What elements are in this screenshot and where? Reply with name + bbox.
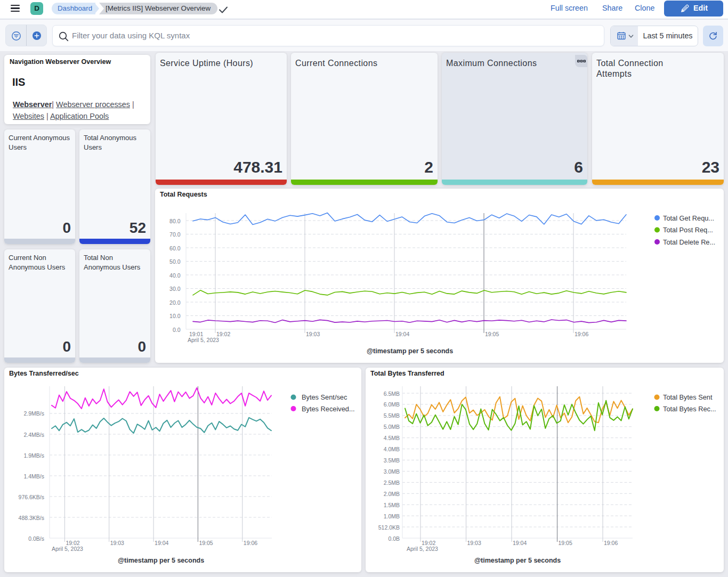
svg-text:1.0MB: 1.0MB [384,513,400,519]
svg-text:10.0: 10.0 [169,313,181,319]
svg-text:6.5MB: 6.5MB [384,391,400,397]
svg-text:5.0MB: 5.0MB [384,424,400,430]
svg-text:Total Delete Re...: Total Delete Re... [663,238,715,246]
svg-text:@timestamp per 5 seconds: @timestamp per 5 seconds [367,347,453,355]
svg-text:80.0: 80.0 [169,218,181,224]
svg-text:3.5MB: 3.5MB [384,457,400,464]
svg-text:19:04: 19:04 [395,331,409,337]
svg-text:April 5, 2023: April 5, 2023 [52,546,83,552]
svg-text:19:05: 19:05 [559,540,572,546]
svg-text:19:03: 19:03 [467,540,481,546]
svg-text:19:04: 19:04 [155,540,168,546]
svg-text:0.0: 0.0 [173,327,181,333]
svg-text:2.0MB: 2.0MB [384,491,400,497]
svg-text:488.3KB/s: 488.3KB/s [19,515,44,521]
svg-text:19:05: 19:05 [485,331,499,337]
svg-text:70.0: 70.0 [169,231,181,238]
svg-text:4.0MB: 4.0MB [384,446,400,452]
svg-text:3.0MB: 3.0MB [384,468,400,475]
svg-text:Total Get Requ...: Total Get Requ... [663,214,714,222]
svg-text:0.0B/s: 0.0B/s [28,535,44,542]
svg-text:19:03: 19:03 [306,331,320,337]
svg-text:@timestamp per 5 seconds: @timestamp per 5 seconds [118,557,204,564]
svg-text:Bytes Sent/sec: Bytes Sent/sec [302,393,347,401]
svg-text:1.4MB/s: 1.4MB/s [23,473,44,480]
svg-text:@timestamp per 5 seconds: @timestamp per 5 seconds [474,557,561,564]
svg-text:976.6KB/s: 976.6KB/s [19,494,44,500]
svg-text:Bytes Received...: Bytes Received... [302,405,355,413]
svg-text:Total Post Req...: Total Post Req... [663,226,713,234]
svg-text:19:06: 19:06 [575,331,588,337]
svg-text:0.0B: 0.0B [388,535,400,542]
svg-text:19:04: 19:04 [513,540,527,546]
svg-text:19:03: 19:03 [110,540,124,546]
svg-text:20.0: 20.0 [169,299,181,306]
svg-text:19:06: 19:06 [244,540,257,546]
svg-text:19:05: 19:05 [199,540,213,546]
svg-text:5.5MB: 5.5MB [384,412,400,419]
svg-text:60.0: 60.0 [169,245,181,251]
svg-text:2.9MB/s: 2.9MB/s [23,410,44,417]
svg-text:Total Bytes Sent: Total Bytes Sent [663,393,713,401]
svg-text:1.5MB: 1.5MB [384,502,400,508]
svg-text:30.0: 30.0 [169,286,181,292]
svg-text:6.0MB: 6.0MB [384,401,400,408]
svg-text:4.5MB: 4.5MB [384,435,400,441]
svg-text:40.0: 40.0 [169,272,181,279]
svg-text:1.9MB/s: 1.9MB/s [23,452,44,459]
svg-text:2.4MB/s: 2.4MB/s [23,432,44,438]
svg-text:19:06: 19:06 [604,540,618,546]
svg-text:April 5, 2023: April 5, 2023 [188,337,219,343]
svg-text:Total Bytes Rec...: Total Bytes Rec... [663,405,716,413]
svg-text:512.0KB: 512.0KB [378,524,400,531]
svg-text:April 5, 2023: April 5, 2023 [407,546,438,552]
svg-text:2.5MB: 2.5MB [384,480,400,486]
svg-text:50.0: 50.0 [169,258,181,265]
